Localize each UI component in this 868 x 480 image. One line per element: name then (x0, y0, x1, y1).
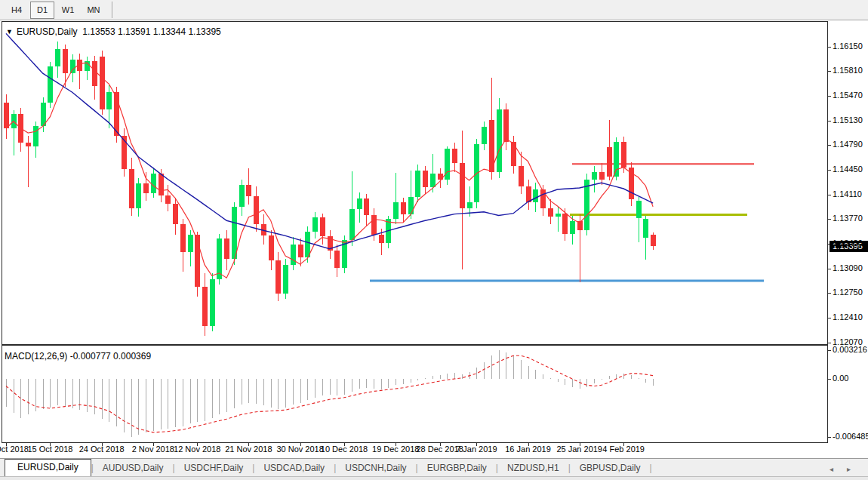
price-axis-label: 1.13430 (833, 238, 863, 248)
chart-tab-eurusd-daily[interactable]: EURUSD,Daily (5, 459, 91, 476)
price-axis-label: 1.14790 (833, 140, 863, 149)
price-axis-label: 1.12750 (833, 288, 863, 297)
mt4-chart-window: H4D1W1MN ▼EURUSD,Daily 1.13553 1.13591 1… (0, 0, 868, 480)
price-axis-label: 1.13090 (833, 263, 863, 272)
tab-separator: | (649, 463, 651, 476)
toolbar-separator (112, 2, 113, 18)
macd-signal-line (6, 355, 653, 432)
chart-canvas[interactable] (0, 21, 868, 458)
timeframe-button-w1[interactable]: W1 (56, 2, 80, 19)
chart-tab-bar: EURUSD,Daily|AUDUSD,Daily|USDCHF,Daily|U… (0, 458, 868, 476)
chart-tab-usdcad-daily[interactable]: USDCAD,Daily (254, 460, 334, 476)
price-axis-label: 1.13770 (833, 214, 863, 223)
chart-tab-gbpusd-daily[interactable]: GBPUSD,Daily (571, 460, 650, 476)
chart-symbol-header: ▼EURUSD,Daily 1.13553 1.13591 1.13344 1.… (6, 26, 221, 37)
price-axis-label: 1.14110 (833, 189, 862, 198)
chart-pane-border (2, 22, 828, 345)
date-axis-label: 4 Feb 2019 (596, 445, 651, 454)
axis-ticks (7, 48, 832, 447)
date-axis-label: 7 Jan 2019 (448, 445, 504, 454)
timeframe-button-h4[interactable]: H4 (5, 2, 29, 19)
price-axis-label: 1.15130 (833, 115, 863, 125)
tabs-scroll-right-icon[interactable]: ▸ (840, 465, 857, 473)
price-axis-label: 1.16150 (833, 42, 863, 51)
tab-scroll-arrows: ◂▸ (823, 465, 857, 476)
date-axis-label: 21 Nov 2018 (220, 445, 276, 454)
chart-tab-usdchf-daily[interactable]: USDCHF,Daily (175, 460, 253, 476)
macd-axis-label: 0.00 (833, 374, 848, 383)
chart-ohlc-values: 1.13553 1.13591 1.13344 1.13395 (82, 26, 221, 37)
tabs-scroll-left-icon[interactable]: ◂ (823, 465, 840, 473)
price-axis-label: 1.15470 (833, 91, 863, 100)
date-axis-label: 16 Jan 2019 (500, 445, 556, 454)
window-bottom-strip (0, 476, 868, 480)
timeframe-button-mn[interactable]: MN (82, 2, 106, 19)
date-axis-label: 10 Dec 2018 (316, 445, 372, 454)
date-axis-label: 24 Oct 2018 (74, 445, 130, 454)
collapse-indicator-icon[interactable]: ▼ (6, 28, 13, 35)
price-axis-label: 1.15810 (833, 66, 863, 75)
date-axis-label: 12 Nov 2018 (169, 445, 225, 454)
chart-tab-nzdusd-h1[interactable]: NZDUSD,H1 (498, 460, 568, 476)
chart-tab-eurgbp-daily[interactable]: EURGBP,Daily (418, 460, 496, 476)
macd-axis-label: 0.003216 (833, 345, 867, 354)
chart-symbol-label: EURUSD,Daily (17, 26, 78, 37)
macd-axis-label: -0.006485 (833, 432, 868, 441)
candlestick-series (4, 42, 656, 336)
price-axis-label: 1.12410 (833, 312, 863, 322)
timeframe-toolbar: H4D1W1MN (0, 0, 868, 20)
chart-tab-usdcnh-daily[interactable]: USDCNH,Daily (336, 460, 415, 476)
macd-histogram (7, 350, 654, 436)
chart-tab-audusd-daily[interactable]: AUDUSD,Daily (94, 460, 173, 476)
date-axis-label: 15 Oct 2018 (22, 445, 78, 454)
timeframe-button-d1[interactable]: D1 (30, 2, 54, 19)
chart-region[interactable]: ▼EURUSD,Daily 1.13553 1.13591 1.13344 1.… (0, 21, 868, 458)
price-axis-label: 1.14450 (833, 165, 863, 174)
macd-indicator-header: MACD(12,26,9) -0.000777 0.000369 (5, 351, 151, 362)
